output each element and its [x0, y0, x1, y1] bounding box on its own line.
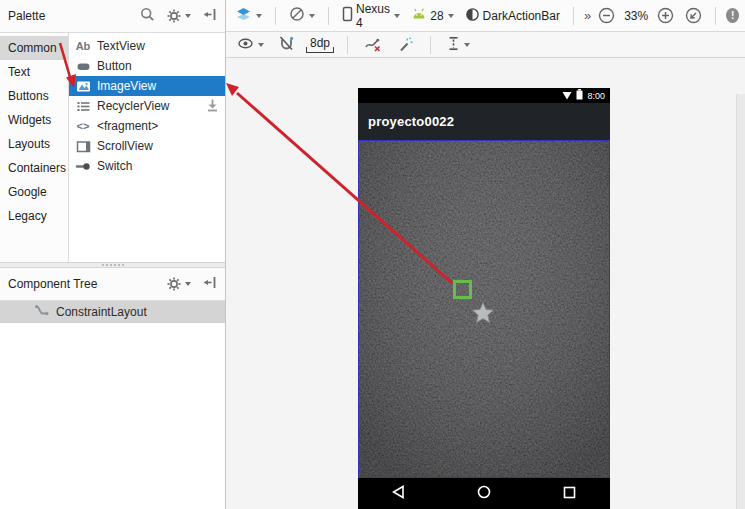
orientation-button[interactable] — [286, 4, 318, 27]
palette-item-label: RecyclerView — [97, 99, 169, 113]
wifi-icon — [562, 89, 572, 103]
default-margin-selector[interactable]: 8dp — [306, 36, 334, 53]
overflow-chevrons[interactable]: » — [584, 8, 590, 23]
android-icon — [411, 8, 427, 23]
palette-item-button[interactable]: Button — [69, 56, 225, 76]
component-tree-title: Component Tree — [8, 277, 164, 291]
constraintlayout-icon — [34, 304, 50, 320]
eye-icon — [237, 37, 254, 53]
tree-item-label: ConstraintLayout — [56, 305, 147, 319]
toolbar-separator — [430, 36, 431, 54]
dropdown-caret — [464, 43, 470, 47]
tree-item-constraintlayout[interactable]: ConstraintLayout — [0, 301, 225, 323]
canvas-vertical-scrollbar[interactable] — [736, 94, 745, 509]
device-preview: 8:00 proyecto0022 — [358, 88, 610, 509]
fragment-icon: <> — [75, 118, 91, 134]
recyclerview-icon — [75, 98, 91, 114]
category-layouts[interactable]: Layouts — [0, 132, 68, 156]
pack-align-button[interactable] — [444, 34, 473, 56]
component-tree-panel: Component Tree ConstraintLayout — [0, 268, 225, 508]
palette-item-scrollview[interactable]: ScrollView — [69, 136, 225, 156]
category-widgets[interactable]: Widgets — [0, 108, 68, 132]
constraint-toolbar: 8dp — [226, 32, 745, 58]
device-status-bar: 8:00 — [358, 88, 610, 103]
category-common[interactable]: Common — [0, 36, 68, 60]
design-canvas[interactable]: 8:00 proyecto0022 — [226, 58, 745, 509]
hide-panel-dock-icon[interactable] — [203, 8, 217, 24]
left-panel: Palette Common Text Buttons Widgets Layo… — [0, 0, 226, 509]
dropdown-caret — [394, 14, 400, 18]
device-selector[interactable]: Nexus 4 — [339, 0, 403, 32]
imageview-icon — [75, 78, 91, 94]
zoom-level: 33% — [623, 9, 649, 23]
device-name: Nexus 4 — [356, 2, 390, 30]
zoom-to-fit-button[interactable] — [682, 5, 705, 26]
theme-selector[interactable]: DarkActionBar — [462, 5, 563, 27]
search-icon[interactable] — [140, 7, 155, 25]
theme-name: DarkActionBar — [483, 9, 560, 23]
dropdown-caret — [258, 43, 264, 47]
toolbar-separator — [328, 7, 329, 25]
palette-header: Palette — [0, 0, 225, 33]
palette-item-fragment[interactable]: <> <fragment> — [69, 116, 225, 136]
nav-back-icon — [392, 485, 405, 502]
vertical-pack-icon — [447, 36, 460, 54]
palette-item-label: Button — [97, 59, 132, 73]
palette-item-imageview[interactable]: ImageView — [69, 76, 225, 96]
palette-components: Ab TextView Button ImageView RecyclerVi — [69, 33, 225, 262]
category-legacy[interactable]: Legacy — [0, 204, 68, 228]
autoconnect-toggle[interactable] — [275, 33, 298, 57]
api-level-selector[interactable]: 28 — [408, 6, 456, 25]
clear-constraints-button[interactable] — [361, 35, 386, 55]
status-time: 8:00 — [587, 91, 605, 101]
palette-item-switch[interactable]: Switch — [69, 156, 225, 176]
nav-home-icon — [477, 485, 491, 502]
tree-settings-gear-icon[interactable] — [164, 275, 194, 293]
toolbar-separator — [347, 36, 348, 54]
category-google[interactable]: Google — [0, 180, 68, 204]
zoom-in-button[interactable] — [654, 5, 677, 26]
app-title: proyecto0022 — [368, 114, 454, 129]
layers-icon — [235, 6, 252, 25]
design-surface-button[interactable] — [232, 4, 265, 27]
battery-icon — [576, 89, 583, 103]
palette-settings-gear-icon[interactable] — [164, 7, 194, 25]
palette-item-label: ScrollView — [97, 139, 153, 153]
star-icon — [471, 301, 495, 327]
gear-dropdown-caret — [185, 14, 191, 18]
infer-constraints-wand-icon[interactable] — [394, 35, 417, 55]
category-buttons[interactable]: Buttons — [0, 84, 68, 108]
orientation-icon — [289, 6, 305, 25]
toolbar-separator — [573, 7, 574, 25]
toolbar-separator — [715, 7, 716, 25]
nav-recents-icon — [563, 486, 576, 502]
errors-warnings-badge[interactable]: ! — [726, 8, 739, 23]
constraintlayout-surface[interactable] — [358, 140, 610, 478]
dropdown-caret — [309, 14, 315, 18]
gear-dropdown-caret — [185, 282, 191, 286]
magnet-off-icon — [278, 35, 295, 55]
toolbar-separator — [275, 7, 276, 25]
scrollview-icon — [75, 138, 91, 154]
component-tree-header: Component Tree — [0, 268, 225, 301]
palette-item-label: Switch — [97, 159, 132, 173]
palette-title: Palette — [8, 9, 140, 23]
view-options-button[interactable] — [234, 35, 267, 55]
palette-item-textview[interactable]: Ab TextView — [69, 36, 225, 56]
category-text[interactable]: Text — [0, 60, 68, 84]
dropdown-caret — [256, 14, 262, 18]
theme-icon — [465, 7, 480, 25]
drop-target-indicator — [453, 280, 472, 299]
category-containers[interactable]: Containers — [0, 156, 68, 180]
switch-icon — [75, 158, 91, 174]
app-action-bar: proyecto0022 — [358, 103, 610, 140]
palette-item-label: <fragment> — [97, 119, 158, 133]
zoom-out-button[interactable] — [595, 5, 618, 26]
palette-item-label: TextView — [97, 39, 145, 53]
design-toolbar: Nexus 4 28 DarkActionBar » 33% ! — [226, 0, 745, 32]
palette-body: Common Text Buttons Widgets Layouts Cont… — [0, 33, 225, 262]
palette-item-recyclerview[interactable]: RecyclerView — [69, 96, 225, 116]
hide-tree-dock-icon[interactable] — [203, 276, 217, 292]
textview-icon: Ab — [75, 38, 91, 54]
download-icon[interactable] — [206, 98, 219, 115]
